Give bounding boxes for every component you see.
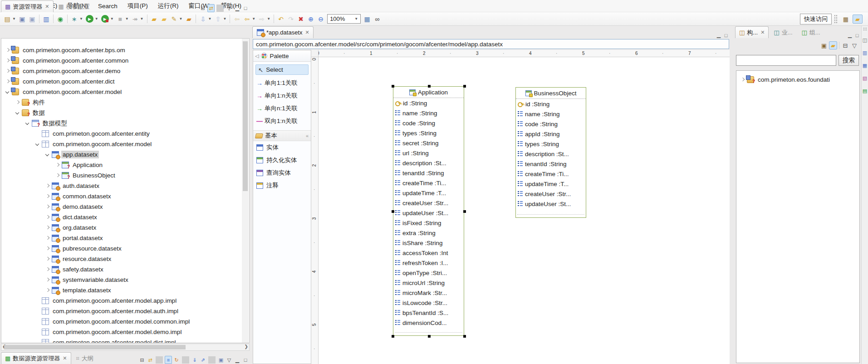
entity-field[interactable]: code :String [393, 118, 464, 128]
entity-field[interactable]: createUser :Str... [393, 198, 464, 208]
tree-twistie-icon[interactable] [44, 151, 51, 158]
tree-twistie-icon[interactable] [4, 57, 11, 64]
collapse-all-icon[interactable]: ⊟ [199, 4, 206, 12]
entity-field[interactable]: dimensionCod... [393, 318, 464, 328]
query-entity-tool[interactable]: 查询实体 [253, 167, 311, 179]
entity-field[interactable]: code :String [516, 119, 586, 129]
tree-twistie-icon[interactable] [34, 141, 41, 148]
stop-icon[interactable]: ■ [116, 14, 125, 24]
selection-handle[interactable] [428, 335, 431, 338]
chevron-down-icon[interactable]: ▼ [79, 17, 83, 21]
explorer-horizontal-scrollbar[interactable]: ❮ ❯ [1, 344, 250, 351]
right-tab-2[interactable]: ◫组... [798, 26, 824, 38]
tree-row[interactable]: com.primeton.gocom.afcenter.model.dict.i… [1, 337, 249, 343]
data-view-icon[interactable]: ▤ [862, 88, 868, 94]
tree-row[interactable]: resource.datasetx [1, 254, 249, 264]
maximize-icon[interactable]: □ [242, 4, 249, 12]
entity-field[interactable]: extra :String [393, 228, 464, 238]
run-last-icon[interactable]: ▶ [101, 15, 109, 23]
tree-twistie-icon[interactable] [44, 245, 51, 252]
entity-field[interactable]: types :String [516, 139, 586, 149]
entity-field[interactable]: accessToken :Int [393, 248, 464, 258]
tree-mode-icon[interactable]: ≡ [165, 356, 172, 364]
tree-row[interactable]: auth.datasetx [1, 181, 249, 191]
save-icon[interactable]: ▣ [18, 14, 27, 24]
connection-tool-3[interactable]: —双向1:n关联 [253, 115, 311, 128]
tree-twistie-icon[interactable] [44, 214, 51, 221]
chevron-down-icon[interactable]: ▼ [125, 17, 129, 21]
tree-twistie-icon[interactable] [44, 193, 51, 200]
entity-field[interactable]: isLowcode :Str... [393, 298, 464, 308]
selection-handle[interactable] [463, 85, 466, 88]
selection-handle[interactable] [463, 335, 466, 338]
grid-layout-icon[interactable]: ▦ [363, 14, 372, 24]
entity-field[interactable]: name :String [393, 108, 464, 118]
close-icon[interactable]: ✕ [63, 355, 67, 361]
run-icon[interactable]: ▶ [86, 15, 93, 23]
open-folder-icon[interactable]: ▰ [160, 14, 169, 24]
tab-outline[interactable]: ⌗ 大纲 [72, 352, 98, 364]
export-icon[interactable]: ⇗ [199, 356, 206, 364]
tree-twistie-icon[interactable] [54, 172, 61, 179]
entity-field[interactable]: bpsTenantId :S... [393, 308, 464, 318]
entity-field[interactable]: createTime :Ti... [516, 169, 586, 179]
close-icon[interactable]: ✕ [760, 30, 765, 35]
zoom-in-icon[interactable]: ⊕ [306, 14, 315, 24]
entity-field[interactable]: description :St... [516, 149, 586, 159]
tree-row[interactable]: com.primeton.gocom.afcenter.model.common… [1, 316, 249, 327]
tree-row[interactable]: com.primeton.gocom.afcenter.model.auth.i… [1, 306, 249, 316]
tree-twistie-icon[interactable] [14, 109, 21, 117]
entity-field[interactable]: updateTime :T... [393, 188, 464, 198]
open-perspective-icon[interactable]: ▦ [841, 15, 851, 24]
chevron-down-icon[interactable]: ▼ [267, 17, 270, 21]
tree-twistie-icon[interactable] [44, 182, 51, 190]
tree-row[interactable]: org.datasetx [1, 222, 249, 233]
tree-row[interactable]: 数据 [1, 108, 249, 118]
minimize-icon[interactable]: ▁ [846, 32, 853, 38]
import-icon[interactable]: ⇓ [191, 356, 198, 364]
tree-row[interactable]: com.primeton.gocom.afcenter.model.app.im… [1, 295, 249, 306]
selection-handle[interactable] [392, 335, 394, 338]
entity-field[interactable]: secret :String [393, 138, 464, 148]
entity-field[interactable]: id :String [393, 98, 464, 108]
tree-twistie-icon[interactable] [44, 256, 51, 263]
tree-row[interactable]: com.primeton.gocom.afcenter.model [1, 139, 249, 149]
refresh-icon[interactable]: ↻ [173, 356, 180, 364]
minimize-icon[interactable]: ▁ [234, 4, 241, 12]
tree-twistie-icon[interactable] [44, 203, 51, 211]
tree-twistie-icon[interactable] [14, 99, 21, 106]
tab-datasource-explorer[interactable]: ▩ 数据源资源管理器 ✕ [1, 352, 71, 364]
maximize-icon[interactable]: □ [242, 356, 249, 364]
tree-twistie-icon[interactable] [24, 120, 31, 127]
view-menu-icon[interactable]: ▽ [226, 356, 233, 364]
tree-row[interactable]: common.datasetx [1, 191, 249, 202]
tab-app-datasetx[interactable]: *app.datasetx ✕ [252, 26, 314, 38]
entity-field[interactable]: microMark :Str... [393, 288, 464, 298]
selection-handle[interactable] [428, 85, 431, 88]
tree-row[interactable]: demo.datasetx [1, 202, 249, 212]
palette-header[interactable]: ◁ Palette [253, 50, 311, 62]
console-view-icon[interactable]: ▥ [862, 49, 868, 56]
entity-field[interactable]: name :String [516, 109, 586, 119]
tree-row[interactable]: com.primeton.gocom.afcenter.dict [1, 76, 249, 87]
tree-row[interactable]: com.primeton.gocom.afcenter.model [1, 87, 249, 97]
tree-row[interactable]: BusinessObject [1, 170, 249, 181]
tree-twistie-icon[interactable] [54, 162, 61, 169]
tree-row[interactable]: com.primeton.gocom.afcenter.entity [1, 128, 249, 139]
new-wizard-icon[interactable]: ▤ [3, 14, 12, 24]
maximize-icon[interactable]: □ [722, 33, 730, 38]
quick-access-button[interactable]: 快速访问 [800, 14, 832, 25]
connection-tool-0[interactable]: →单向1:1关联 [253, 77, 311, 89]
entity-field[interactable]: updateTime :T... [516, 179, 586, 189]
chevron-down-icon[interactable]: ▼ [110, 17, 114, 21]
entity-field[interactable]: updateUser :St... [516, 199, 586, 209]
zoom-out-icon[interactable]: ⊖ [316, 14, 325, 24]
tree-row[interactable]: app.datasetx [1, 149, 249, 160]
tree-row[interactable]: com.primeton.gocom.afcenter.demo [1, 66, 249, 76]
push-icon[interactable]: ⇧ [213, 14, 222, 24]
resource-perspective-icon[interactable]: ▰ [853, 15, 863, 24]
close-icon[interactable]: ✕ [45, 4, 49, 10]
delete-icon[interactable]: ✖ [296, 14, 305, 24]
tree-twistie-icon[interactable] [44, 235, 51, 242]
zoom-level-select[interactable]: 100%▼ [327, 14, 361, 24]
